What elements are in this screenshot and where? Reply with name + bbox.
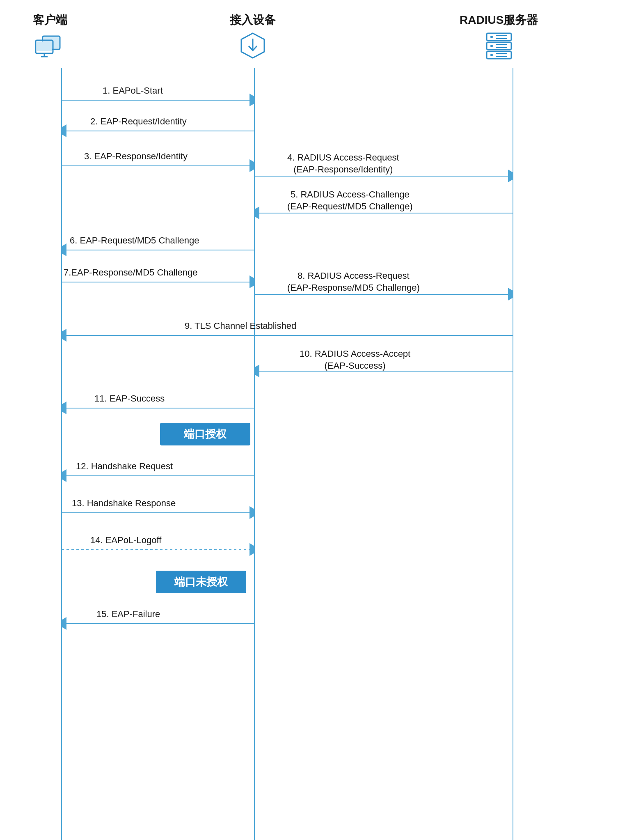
arrow-line-7 [62,282,249,282]
message-8-label: 8. RADIUS Access-Request(EAP-Response/MD… [287,270,420,294]
message-9-label: 9. TLS Channel Established [185,321,296,331]
arrow-line-1 [62,100,249,101]
arrowhead-3 [249,162,254,170]
message-15 [62,620,254,627]
message-4-label: 4. RADIUS Access-Request(EAP-Response/Id… [287,152,399,175]
arrowhead-14 [249,546,254,553]
message-3 [62,162,254,170]
message-13 [62,509,254,516]
arrowhead-5 [254,209,259,217]
message-11 [62,404,254,412]
message-9 [62,332,513,339]
arrowhead-1 [249,96,254,104]
arrow-line-4 [254,176,508,177]
message-6-label: 6. EAP-Request/MD5 Challenge [70,235,199,246]
svg-point-17 [490,54,493,56]
message-12 [62,472,254,480]
message-6 [62,246,254,254]
message-7 [62,278,254,286]
arrowhead-2 [62,127,66,135]
actor-device: 接入设备 [230,12,276,60]
arrowhead-8 [508,291,513,298]
arrow-line-9 [66,335,513,336]
lifeline-client [61,68,62,840]
message-10-label: 10. RADIUS Access-Accept(EAP-Success) [300,348,410,372]
arrowhead-4 [508,172,513,180]
arrowhead-6 [62,246,66,254]
arrow-line-14 [62,549,249,550]
arrow-line-6 [66,250,254,250]
lifeline-radius [513,68,513,840]
arrow-line-2 [66,131,254,131]
actor-client: 客户端 [33,12,67,60]
arrowhead-15 [62,620,66,627]
message-14-label: 14. EAPoL-Logoff [90,535,161,546]
message-15-label: 15. EAP-Failure [96,609,160,620]
arrow-line-15 [66,623,254,624]
message-7-label: 7.EAP-Response/MD5 Challenge [64,267,198,278]
svg-rect-3 [37,41,52,51]
device-icon [236,31,269,60]
sequence-diagram: 客户端 接入设备 RADIUS服务器 [0,0,634,840]
message-11-label: 11. EAP-Success [94,393,165,404]
client-icon [34,31,66,60]
message-2-label: 2. EAP-Request/Identity [90,116,187,127]
message-13-label: 13. Handshake Response [72,498,176,509]
actor-radius-label: RADIUS服务器 [460,12,538,28]
message-5-label: 5. RADIUS Access-Challenge(EAP-Request/M… [287,189,413,212]
arrowhead-10 [254,367,259,375]
arrow-line-12 [66,475,254,476]
svg-point-9 [490,36,493,38]
arrow-line-3 [62,165,249,166]
arrowhead-12 [62,472,66,480]
arrow-line-11 [66,408,254,409]
message-2 [62,127,254,135]
actor-device-label: 接入设备 [230,12,276,28]
badge-port-unauth: 端口未授权 [156,571,246,593]
arrowhead-13 [249,509,254,516]
arrow-line-8 [254,294,508,295]
svg-point-13 [490,45,493,47]
message-14 [62,546,254,553]
actor-radius: RADIUS服务器 [460,12,538,60]
radius-icon [483,31,515,60]
message-3-label: 3. EAP-Response/Identity [84,151,188,162]
arrowhead-7 [249,278,254,286]
message-1-label: 1. EAPoL-Start [103,85,163,96]
actor-client-label: 客户端 [33,12,67,28]
message-1 [62,96,254,104]
arrow-line-5 [259,213,513,213]
message-12-label: 12. Handshake Request [76,461,173,472]
arrowhead-11 [62,404,66,412]
arrowhead-9 [62,332,66,339]
badge-port-auth: 端口授权 [160,423,250,445]
lifeline-device [254,68,255,840]
arrow-line-13 [62,512,249,513]
